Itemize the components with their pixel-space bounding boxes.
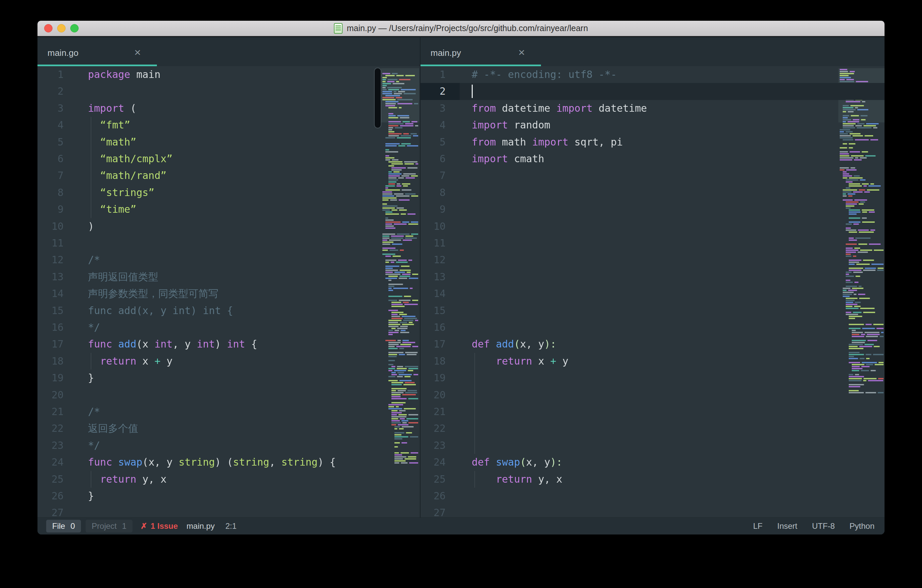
line-number: 13 xyxy=(38,269,64,285)
line-number: 5 xyxy=(38,134,64,150)
line-number: 19 xyxy=(420,369,446,386)
insert-mode-indicator[interactable]: Insert xyxy=(777,521,797,531)
token: 返回多个值 xyxy=(88,423,138,434)
token: x xyxy=(136,355,155,367)
token: func xyxy=(88,456,112,468)
syntax-indicator[interactable]: Python xyxy=(849,521,875,531)
token: /* xyxy=(88,254,100,266)
close-tab-icon[interactable]: × xyxy=(134,46,141,58)
token: y, x xyxy=(532,473,562,485)
token: func xyxy=(88,338,112,350)
project-filter-button[interactable]: Project 1 xyxy=(86,520,132,532)
code-text: return y, x xyxy=(88,471,167,488)
token: int xyxy=(197,338,215,350)
code-line: 27 xyxy=(420,505,884,518)
code-line: 19} xyxy=(38,369,420,386)
code-text: 返回多个值 xyxy=(88,420,138,437)
token: ( xyxy=(142,456,149,468)
code-line: 17def add(x, y): xyxy=(420,336,884,353)
code-line: 10 xyxy=(420,218,884,235)
tab-main-py[interactable]: main.py × xyxy=(420,37,541,66)
line-number: 2 xyxy=(38,83,64,100)
token: def xyxy=(472,338,490,350)
tab-label: main.go xyxy=(47,47,78,58)
status-left: File 0 Project 1 ✗ 1 Issue main.py 2:1 xyxy=(46,520,237,532)
token: , xyxy=(269,456,281,468)
code-text: package main xyxy=(88,66,160,83)
token: ): xyxy=(544,338,556,350)
token: } xyxy=(88,490,94,502)
token: import xyxy=(472,153,508,165)
token xyxy=(112,456,118,468)
code-line: 22返回多个值 xyxy=(38,420,420,437)
code-text: 声明参数类型，同类型可简写 xyxy=(88,285,219,302)
code-line: 20 xyxy=(38,387,420,403)
code-line: 13声明返回值类型 xyxy=(38,269,420,285)
code-line: 6import cmath xyxy=(420,150,884,167)
token: import xyxy=(88,102,124,114)
line-number: 1 xyxy=(420,66,446,83)
zoom-window-button[interactable] xyxy=(70,24,78,33)
token: func add(x, y int) int { xyxy=(88,305,233,317)
indent-guide xyxy=(91,353,92,369)
code-line: 24func swap(x, y string) (string, string… xyxy=(38,454,420,470)
app-window: main.py — /Users/rainy/Projects/go/src/g… xyxy=(38,21,884,534)
code-line: 16*/ xyxy=(38,319,420,336)
code-line: 18 return x + y xyxy=(38,353,420,369)
close-window-button[interactable] xyxy=(44,24,52,33)
token: y xyxy=(160,355,173,367)
token: ): xyxy=(550,456,562,468)
token: ) ( xyxy=(215,456,233,468)
pane-main-py: main.py × 1# -*- encoding: utf8 -*-23fro… xyxy=(420,36,884,518)
code-text: “strings” xyxy=(88,184,155,201)
line-number: 18 xyxy=(38,353,64,369)
code-text: } xyxy=(88,488,94,505)
tabbar-left: main.go × xyxy=(38,36,420,66)
close-tab-icon[interactable]: × xyxy=(518,46,525,58)
token: import xyxy=(532,136,568,148)
token: “math/rand” xyxy=(88,170,167,181)
tab-main-go[interactable]: main.go × xyxy=(38,37,157,66)
code-editor-go[interactable]: 1package main23import (4 “fmt”5 “math”6 … xyxy=(38,66,420,518)
issue-indicator[interactable]: ✗ 1 Issue xyxy=(141,521,178,531)
token: ( xyxy=(514,338,520,350)
line-number: 9 xyxy=(38,201,64,218)
token: x xyxy=(142,338,155,350)
token: 声明返回值类型 xyxy=(88,271,158,283)
code-line: 1# -*- encoding: utf8 -*- xyxy=(420,66,884,83)
file-filter-button[interactable]: File 0 xyxy=(46,520,81,532)
token: + xyxy=(155,355,160,367)
token: add xyxy=(496,338,514,350)
window-title-group: main.py — /Users/rainy/Projects/go/src/g… xyxy=(334,23,588,34)
line-number: 27 xyxy=(38,505,64,518)
token: ( xyxy=(124,102,136,114)
line-number: 6 xyxy=(420,150,446,167)
code-text: ) xyxy=(88,218,94,235)
token xyxy=(472,355,496,367)
code-line: 18 return x + y xyxy=(420,353,884,369)
encoding-indicator[interactable]: UTF-8 xyxy=(812,521,835,531)
token xyxy=(112,338,118,350)
code-line: 20 xyxy=(420,387,884,403)
line-number: 19 xyxy=(38,369,64,386)
line-number: 12 xyxy=(420,252,446,268)
line-number: 11 xyxy=(38,235,64,252)
code-line: 21/* xyxy=(38,403,420,420)
line-number: 21 xyxy=(420,403,446,420)
token xyxy=(88,355,100,367)
line-number: 23 xyxy=(420,437,446,454)
code-line: 24def swap(x, y): xyxy=(420,454,884,470)
code-text: “fmt” xyxy=(88,117,130,134)
line-number: 8 xyxy=(38,184,64,201)
token: “math/cmplx” xyxy=(88,153,173,165)
minimize-window-button[interactable] xyxy=(57,24,65,33)
line-number: 15 xyxy=(420,302,446,319)
code-line: 2 xyxy=(38,83,420,100)
token: return xyxy=(496,473,532,485)
tab-label: main.py xyxy=(430,47,461,58)
code-editor-py[interactable]: 1# -*- encoding: utf8 -*-23from datetime… xyxy=(420,66,884,518)
token: + xyxy=(550,355,556,367)
line-endings-indicator[interactable]: LF xyxy=(753,521,762,531)
token: return xyxy=(100,473,136,485)
code-line: 12/* xyxy=(38,252,420,268)
